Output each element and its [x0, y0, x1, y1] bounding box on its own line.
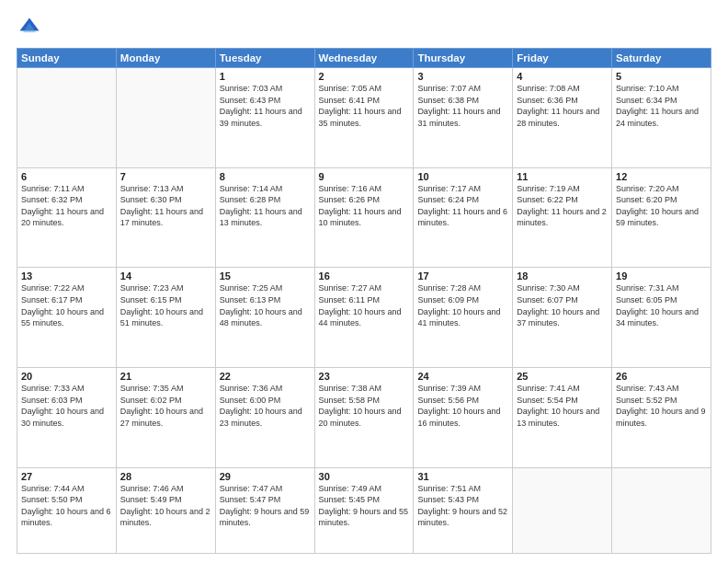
weekday-header-sunday: Sunday [17, 49, 117, 68]
day-info: Sunrise: 7:51 AMSunset: 5:43 PMDaylight:… [417, 483, 508, 529]
day-number: 18 [517, 270, 608, 282]
day-number: 10 [417, 171, 508, 182]
day-cell [116, 68, 215, 168]
day-cell: 22Sunrise: 7:36 AMSunset: 6:00 PMDayligh… [215, 368, 314, 468]
day-cell: 9Sunrise: 7:16 AMSunset: 6:26 PMDaylight… [314, 167, 414, 268]
week-row-2: 6Sunrise: 7:11 AMSunset: 6:32 PMDaylight… [17, 167, 711, 268]
day-cell [612, 467, 711, 553]
page: SundayMondayTuesdayWednesdayThursdayFrid… [0, 0, 728, 563]
weekday-header-tuesday: Tuesday [215, 49, 314, 68]
day-cell: 15Sunrise: 7:25 AMSunset: 6:13 PMDayligh… [215, 268, 314, 368]
day-info: Sunrise: 7:23 AMSunset: 6:15 PMDaylight:… [120, 282, 211, 328]
day-cell: 8Sunrise: 7:14 AMSunset: 6:28 PMDaylight… [215, 167, 314, 268]
day-number: 28 [120, 471, 211, 482]
day-cell: 1Sunrise: 7:03 AMSunset: 6:43 PMDaylight… [215, 68, 314, 168]
day-number: 13 [21, 270, 112, 282]
weekday-header-monday: Monday [116, 49, 215, 68]
day-info: Sunrise: 7:41 AMSunset: 5:54 PMDaylight:… [517, 383, 608, 429]
day-number: 19 [616, 270, 707, 282]
day-info: Sunrise: 7:33 AMSunset: 6:03 PMDaylight:… [21, 383, 112, 429]
day-number: 4 [517, 71, 608, 82]
weekday-header-saturday: Saturday [612, 49, 711, 68]
day-number: 2 [319, 71, 410, 82]
day-info: Sunrise: 7:30 AMSunset: 6:07 PMDaylight:… [517, 282, 608, 328]
day-number: 12 [616, 171, 707, 182]
day-number: 31 [417, 471, 508, 482]
day-number: 20 [21, 371, 112, 382]
day-info: Sunrise: 7:47 AMSunset: 5:47 PMDaylight:… [220, 483, 311, 529]
calendar-table: SundayMondayTuesdayWednesdayThursdayFrid… [17, 48, 711, 554]
day-number: 7 [120, 171, 211, 182]
day-info: Sunrise: 7:46 AMSunset: 5:49 PMDaylight:… [120, 483, 211, 529]
day-number: 25 [517, 371, 608, 382]
weekday-header-thursday: Thursday [414, 49, 513, 68]
day-info: Sunrise: 7:28 AMSunset: 6:09 PMDaylight:… [417, 282, 508, 328]
day-number: 5 [616, 71, 707, 82]
day-cell: 12Sunrise: 7:20 AMSunset: 6:20 PMDayligh… [612, 167, 711, 268]
day-info: Sunrise: 7:49 AMSunset: 5:45 PMDaylight:… [319, 483, 410, 529]
day-number: 3 [417, 71, 508, 82]
day-number: 22 [220, 371, 311, 382]
week-row-3: 13Sunrise: 7:22 AMSunset: 6:17 PMDayligh… [17, 268, 711, 368]
day-cell: 21Sunrise: 7:35 AMSunset: 6:02 PMDayligh… [116, 368, 215, 468]
weekday-header-friday: Friday [513, 49, 612, 68]
day-info: Sunrise: 7:44 AMSunset: 5:50 PMDaylight:… [21, 483, 112, 529]
day-number: 11 [517, 171, 608, 182]
day-number: 14 [120, 270, 211, 282]
day-info: Sunrise: 7:39 AMSunset: 5:56 PMDaylight:… [417, 383, 508, 429]
day-info: Sunrise: 7:10 AMSunset: 6:34 PMDaylight:… [616, 83, 707, 129]
day-number: 30 [319, 471, 410, 482]
weekday-header-wednesday: Wednesday [314, 49, 414, 68]
day-info: Sunrise: 7:05 AMSunset: 6:41 PMDaylight:… [319, 83, 410, 129]
week-row-4: 20Sunrise: 7:33 AMSunset: 6:03 PMDayligh… [17, 368, 711, 468]
day-cell: 4Sunrise: 7:08 AMSunset: 6:36 PMDaylight… [513, 68, 612, 168]
day-info: Sunrise: 7:13 AMSunset: 6:30 PMDaylight:… [120, 183, 211, 229]
day-cell: 6Sunrise: 7:11 AMSunset: 6:32 PMDaylight… [17, 167, 117, 268]
logo [17, 15, 44, 40]
day-info: Sunrise: 7:08 AMSunset: 6:36 PMDaylight:… [517, 83, 608, 129]
day-cell: 19Sunrise: 7:31 AMSunset: 6:05 PMDayligh… [612, 268, 711, 368]
day-cell: 31Sunrise: 7:51 AMSunset: 5:43 PMDayligh… [414, 467, 513, 553]
day-cell: 29Sunrise: 7:47 AMSunset: 5:47 PMDayligh… [215, 467, 314, 553]
day-cell: 16Sunrise: 7:27 AMSunset: 6:11 PMDayligh… [314, 268, 414, 368]
day-info: Sunrise: 7:31 AMSunset: 6:05 PMDaylight:… [616, 282, 707, 328]
day-info: Sunrise: 7:36 AMSunset: 6:00 PMDaylight:… [220, 383, 311, 429]
day-number: 24 [417, 371, 508, 382]
day-info: Sunrise: 7:19 AMSunset: 6:22 PMDaylight:… [517, 183, 608, 229]
day-info: Sunrise: 7:22 AMSunset: 6:17 PMDaylight:… [21, 282, 112, 328]
day-cell [17, 68, 117, 168]
day-number: 15 [220, 270, 311, 282]
day-cell: 18Sunrise: 7:30 AMSunset: 6:07 PMDayligh… [513, 268, 612, 368]
day-info: Sunrise: 7:35 AMSunset: 6:02 PMDaylight:… [120, 383, 211, 429]
day-info: Sunrise: 7:38 AMSunset: 5:58 PMDaylight:… [319, 383, 410, 429]
day-info: Sunrise: 7:07 AMSunset: 6:38 PMDaylight:… [417, 83, 508, 129]
day-number: 29 [220, 471, 311, 482]
day-cell: 7Sunrise: 7:13 AMSunset: 6:30 PMDaylight… [116, 167, 215, 268]
day-cell: 10Sunrise: 7:17 AMSunset: 6:24 PMDayligh… [414, 167, 513, 268]
day-info: Sunrise: 7:25 AMSunset: 6:13 PMDaylight:… [220, 282, 311, 328]
day-info: Sunrise: 7:17 AMSunset: 6:24 PMDaylight:… [417, 183, 508, 229]
day-cell: 2Sunrise: 7:05 AMSunset: 6:41 PMDaylight… [314, 68, 414, 168]
day-info: Sunrise: 7:14 AMSunset: 6:28 PMDaylight:… [220, 183, 311, 229]
day-cell: 3Sunrise: 7:07 AMSunset: 6:38 PMDaylight… [414, 68, 513, 168]
day-cell: 23Sunrise: 7:38 AMSunset: 5:58 PMDayligh… [314, 368, 414, 468]
day-number: 16 [319, 270, 410, 282]
day-cell: 27Sunrise: 7:44 AMSunset: 5:50 PMDayligh… [17, 467, 117, 553]
day-cell: 24Sunrise: 7:39 AMSunset: 5:56 PMDayligh… [414, 368, 513, 468]
day-cell: 17Sunrise: 7:28 AMSunset: 6:09 PMDayligh… [414, 268, 513, 368]
day-number: 21 [120, 371, 211, 382]
day-cell: 28Sunrise: 7:46 AMSunset: 5:49 PMDayligh… [116, 467, 215, 553]
day-info: Sunrise: 7:16 AMSunset: 6:26 PMDaylight:… [319, 183, 410, 229]
day-cell: 13Sunrise: 7:22 AMSunset: 6:17 PMDayligh… [17, 268, 117, 368]
day-number: 17 [417, 270, 508, 282]
day-number: 8 [220, 171, 311, 182]
day-info: Sunrise: 7:03 AMSunset: 6:43 PMDaylight:… [220, 83, 311, 129]
day-cell [513, 467, 612, 553]
day-number: 6 [21, 171, 112, 182]
day-cell: 25Sunrise: 7:41 AMSunset: 5:54 PMDayligh… [513, 368, 612, 468]
day-cell: 11Sunrise: 7:19 AMSunset: 6:22 PMDayligh… [513, 167, 612, 268]
day-number: 26 [616, 371, 707, 382]
day-number: 1 [220, 71, 311, 82]
header [17, 15, 711, 40]
logo-icon [17, 15, 42, 40]
